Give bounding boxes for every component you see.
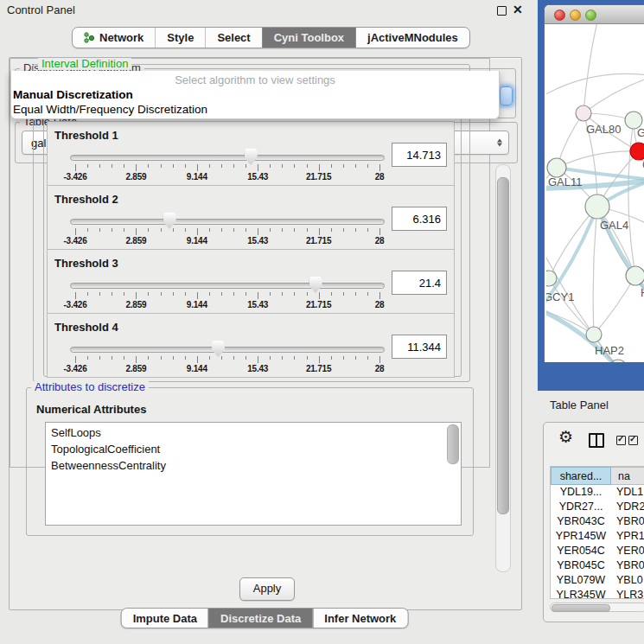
settings-scrollbar[interactable] [495, 164, 511, 572]
tab-discretize-data[interactable]: Discretize Data [208, 609, 312, 628]
threshold-value-field[interactable] [392, 335, 447, 359]
slider-handle-icon[interactable] [163, 213, 176, 229]
cell[interactable]: YLR3 [611, 588, 644, 599]
network-node[interactable] [626, 266, 644, 285]
list-scrollbar-thumb[interactable] [447, 424, 459, 464]
spinner-arrows-icon[interactable] [496, 137, 504, 150]
slider-handle-icon[interactable] [309, 277, 322, 293]
float-window-icon[interactable] [497, 6, 507, 16]
threshold-value-field[interactable] [392, 271, 447, 295]
slider-tick [379, 292, 380, 299]
slider-tick [87, 164, 88, 168]
traffic-light-zoom-icon[interactable] [585, 10, 596, 21]
threshold-slider[interactable]: -3.4262.8599.14415.4321.71528 [70, 146, 385, 182]
cell[interactable]: YBR045C [551, 558, 611, 573]
network-edge[interactable] [549, 207, 597, 278]
cell[interactable]: YDL19... [551, 485, 611, 500]
slider-tick [319, 228, 320, 235]
table-row[interactable]: YBR045CYBR0 [551, 558, 644, 573]
attributes-group-label: Attributes to discretize [31, 381, 149, 393]
cell[interactable]: YBL079W [551, 573, 611, 588]
cell[interactable]: YDR27... [551, 500, 611, 514]
network-node[interactable] [546, 271, 557, 286]
slider-tick [343, 164, 344, 168]
node-label: GAL4 [600, 219, 628, 232]
table-row[interactable]: YLR345WYLR3 [551, 588, 644, 599]
network-node[interactable] [585, 194, 609, 219]
cell[interactable]: YDR2 [611, 500, 644, 514]
network-edge[interactable] [583, 76, 644, 113]
attribute-item[interactable]: BetweennessCentrality [46, 457, 461, 468]
table-row[interactable]: YBR043CYBR0 [551, 514, 644, 529]
network-node[interactable] [547, 158, 566, 177]
network-node[interactable] [630, 143, 644, 160]
cell[interactable]: YBR0 [611, 514, 644, 529]
traffic-light-close-icon[interactable] [554, 10, 565, 21]
apply-button[interactable]: Apply [239, 577, 295, 601]
cell[interactable]: YPR1 [611, 529, 644, 544]
cell[interactable]: YER054C [551, 544, 611, 558]
threshold-slider[interactable]: -3.4262.8599.14415.4321.71528 [70, 274, 385, 310]
threshold-value-field[interactable] [392, 207, 447, 231]
dropdown-option[interactable]: Equal Width/Frequency Discretization [11, 102, 499, 117]
table-row[interactable]: YER054CYER0 [551, 544, 644, 558]
attribute-item[interactable]: TopologicalCoefficient [46, 441, 461, 457]
table-hscrollbar[interactable] [550, 603, 644, 612]
tab-infer-network[interactable]: Infer Network [312, 609, 407, 628]
threshold-slider[interactable]: -3.4262.8599.14415.4321.71528 [70, 210, 385, 246]
table-row[interactable]: YDL19...YDL1 [551, 485, 644, 500]
slider-tick [161, 292, 162, 296]
scrollbar-thumb[interactable] [497, 177, 509, 514]
slider-tick [87, 356, 88, 360]
algorithm-combobox-button[interactable] [500, 86, 513, 105]
cell[interactable]: YPR145W [551, 529, 611, 544]
split-view-icon[interactable] [589, 433, 604, 448]
threshold-slider[interactable]: -3.4262.8599.14415.4321.71528 [70, 338, 385, 374]
dropdown-prompt: Select algorithm to view settings [11, 73, 499, 87]
cell[interactable]: YBR043C [551, 514, 611, 529]
column-header[interactable]: na [611, 467, 644, 485]
table-header-row: shared...na [551, 467, 644, 485]
network-canvas[interactable]: GAL80GCGAL11GAL4GCY1HHAP2 [546, 24, 644, 362]
network-edge[interactable] [593, 207, 597, 335]
attribute-item[interactable]: SelfLoops [46, 424, 461, 441]
network-node[interactable] [576, 105, 591, 121]
slider-handle-icon[interactable] [212, 341, 225, 357]
tab-style[interactable]: Style [155, 28, 205, 48]
tab-jactivemnodules[interactable]: jActiveMNodules [355, 28, 469, 48]
traffic-light-minimize-icon[interactable] [570, 10, 581, 21]
cell[interactable]: YBR0 [611, 558, 644, 573]
column-header[interactable]: shared... [551, 467, 611, 485]
table-hscrollbar-thumb[interactable] [552, 604, 610, 612]
numerical-attributes-list[interactable]: SelfLoopsTopologicalCoefficientBetweenne… [45, 422, 462, 468]
cell[interactable]: YER0 [611, 544, 644, 558]
slider-tick [161, 356, 162, 360]
network-edge[interactable] [594, 276, 635, 335]
network-window-titlebar[interactable] [545, 5, 644, 24]
tab-network[interactable]: Network [73, 28, 155, 48]
gear-icon[interactable]: ⚙ [558, 428, 573, 447]
slider-tick [185, 356, 186, 360]
cell[interactable]: YBL0 [611, 573, 644, 588]
threshold-value-field[interactable] [392, 143, 447, 167]
network-edge[interactable] [583, 24, 598, 113]
network-node[interactable] [586, 327, 602, 342]
tab-select[interactable]: Select [205, 28, 261, 48]
table-row[interactable]: YPR145WYPR1 [551, 529, 644, 544]
close-icon[interactable]: ✕ [513, 3, 523, 16]
tick-label: 28 [375, 172, 385, 182]
table-row[interactable]: YDR27...YDR2 [551, 500, 644, 514]
cell[interactable]: YDL1 [611, 485, 644, 500]
slider-tick [136, 356, 137, 363]
cell[interactable]: YLR345W [551, 588, 611, 599]
slider-tick [331, 228, 332, 232]
tab-impute-data[interactable]: Impute Data [122, 609, 208, 628]
checkbox-icon[interactable] [628, 436, 638, 445]
slider-handle-icon[interactable] [245, 149, 258, 165]
checkbox-icon[interactable] [616, 436, 626, 445]
table-row[interactable]: YBL079WYBL0 [551, 573, 644, 588]
tab-cyni-toolbox[interactable]: Cyni Toolbox [262, 28, 355, 48]
dropdown-option[interactable]: Manual Discretization [11, 87, 499, 102]
tick-label: 2.859 [125, 172, 146, 182]
slider-tick [245, 164, 246, 168]
